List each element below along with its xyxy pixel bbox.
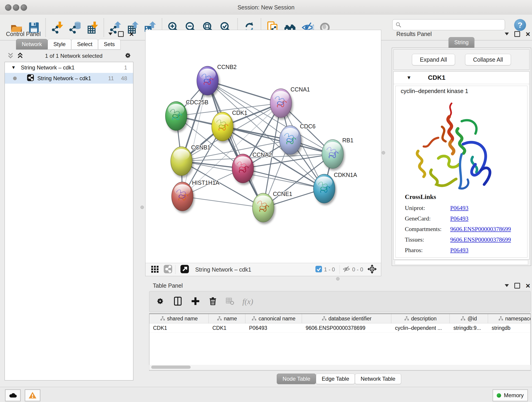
table-settings-gear-icon[interactable] (155, 296, 165, 307)
tab-style[interactable]: Style (48, 39, 71, 50)
memory-label: Memory (504, 392, 524, 399)
node-CCNB1[interactable] (171, 147, 192, 176)
cell-database-identifier[interactable]: 9606.ENSP00000378699 (302, 323, 391, 332)
results-panel-float-icon[interactable] (514, 31, 520, 37)
cell-canonical-name[interactable]: P06493 (245, 323, 302, 332)
node-CDC25B[interactable] (165, 102, 187, 130)
help-button[interactable]: ? (514, 19, 526, 31)
network-label: String Network – cdk1 (37, 75, 91, 82)
tab-network[interactable]: Network (16, 39, 48, 50)
tab-node-table[interactable]: Node Table (277, 374, 316, 384)
bottom-splitter-handle[interactable] (336, 277, 340, 281)
node-CDC6[interactable] (279, 126, 301, 154)
network-row[interactable]: String Network – cdk1 11 48 (5, 73, 133, 84)
selected-node-edge-counts: 1 - 0 (324, 266, 335, 273)
hidden-node-edge-counts: 0 - 0 (352, 266, 363, 273)
expand-all-icon[interactable] (17, 52, 24, 60)
cell-description[interactable]: cyclin–dependent ... (391, 323, 450, 332)
show-columns-icon[interactable] (173, 296, 183, 307)
edge-CCNB2-HIST1H1A[interactable] (182, 81, 208, 196)
crosshair-icon[interactable] (367, 264, 377, 275)
cloud-button[interactable] (5, 389, 21, 401)
node-CDKN1A[interactable] (313, 174, 335, 203)
node-label-CDC25B: CDC25B (186, 99, 209, 105)
table-panel-menu-icon[interactable] (505, 284, 509, 287)
control-panel-float-icon[interactable] (118, 31, 124, 37)
collapse-all-button[interactable]: Collapse All (465, 54, 511, 65)
crosslink-link[interactable]: P06493 (450, 247, 468, 254)
control-panel-close-icon[interactable]: × (129, 32, 134, 36)
left-splitter-handle[interactable] (140, 206, 144, 209)
gene-collapse-icon[interactable]: ▼ (406, 75, 412, 81)
warnings-button[interactable] (25, 389, 40, 401)
search-field-wrap (392, 19, 505, 30)
tab-sets[interactable]: Sets (98, 39, 120, 50)
column-header-canonical-name[interactable]: canonical name (245, 314, 302, 323)
network-edge-count: 48 (121, 75, 127, 82)
tab-select[interactable]: Select (71, 39, 98, 50)
results-scrollbar-track[interactable] (395, 260, 528, 265)
column-header-description[interactable]: description (391, 314, 450, 323)
network-options-gear-icon[interactable] (124, 51, 132, 61)
birds-eye-view-icon[interactable] (151, 265, 159, 274)
open-in-new-window-icon[interactable] (180, 264, 189, 274)
tab-string[interactable]: String (449, 37, 475, 48)
column-header--id[interactable]: @id (450, 314, 488, 323)
crosslink-link[interactable]: 9606.ENSP00000378699 (450, 226, 511, 233)
cell-shared-name[interactable]: CDK1 (149, 323, 209, 332)
node-label-CCNA1: CCNA1 (291, 86, 310, 93)
crosslink-label: GeneCard: (405, 215, 450, 222)
table-panel-float-icon[interactable] (514, 283, 520, 288)
table-panel-close-icon[interactable]: × (526, 283, 530, 288)
node-CDK1[interactable] (212, 112, 233, 141)
network-share-icon[interactable] (163, 264, 172, 274)
node-label-CDKN1A: CDKN1A (334, 172, 357, 178)
table-data-row[interactable]: CDK1CDK1P064939606.ENSP00000378699cyclin… (149, 323, 530, 333)
tab-network-table[interactable]: Network Table (355, 374, 401, 384)
node-RB1[interactable] (322, 140, 343, 168)
crosslink-link[interactable]: P06493 (450, 205, 468, 211)
control-panel-menu-icon[interactable] (108, 32, 113, 35)
node-CCNB2[interactable] (197, 66, 218, 95)
column-header-namespace[interactable]: namespace (488, 314, 531, 323)
table-hscrollbar-track[interactable] (149, 365, 531, 370)
results-panel-close-icon[interactable]: × (526, 32, 530, 36)
crosslink-label: Uniprot: (405, 205, 450, 211)
selected-checkbox-icon[interactable] (315, 266, 322, 274)
node-table[interactable]: shared namenamecanonical namedatabase id… (149, 313, 531, 370)
edge-HIST1H1A-CCNE1[interactable] (182, 196, 263, 208)
cell-name[interactable]: CDK1 (209, 323, 245, 332)
cloud-icon (8, 391, 17, 400)
add-column-icon[interactable] (191, 296, 200, 307)
edge-CCNB2-CCNE1[interactable] (208, 81, 263, 208)
tab-edge-table[interactable]: Edge Table (316, 374, 355, 384)
gene-header-row[interactable]: ▼ CDK1 (394, 71, 529, 84)
table-panel-title: Table Panel (153, 282, 183, 289)
collection-expand-icon[interactable]: ▼ (11, 65, 16, 70)
crosslink-link[interactable]: 9606.ENSP00000378699 (450, 236, 511, 243)
search-input[interactable] (392, 19, 505, 30)
results-panel-menu-icon[interactable] (505, 32, 509, 35)
cell-namespace[interactable]: stringdb (488, 323, 531, 332)
memory-button[interactable]: Memory (493, 389, 528, 401)
crosslink-link[interactable]: P06493 (450, 215, 468, 222)
table-hscrollbar-thumb[interactable] (151, 366, 191, 369)
edge-CCNB2-CCNA1[interactable] (208, 81, 281, 103)
delete-column-trash-icon[interactable] (208, 296, 218, 307)
node-HIST1H1A[interactable] (172, 182, 193, 211)
column-header-database-identifier[interactable]: database identifier (302, 314, 391, 323)
node-CCNE1[interactable] (253, 193, 274, 222)
collapse-all-icon[interactable] (7, 52, 14, 60)
right-splitter-handle[interactable] (382, 151, 385, 154)
node-CCNA2[interactable] (232, 154, 254, 183)
cell--id[interactable]: stringdb:9... (450, 323, 488, 332)
column-header-name[interactable]: name (209, 314, 245, 323)
network-graph[interactable]: CCNB2CCNA1CDC25BCDK1CDC6RB1CCNB1CCNA2CDK… (146, 30, 381, 263)
network-canvas[interactable]: CCNB2CCNA1CDC25BCDK1CDC6RB1CCNB1CCNA2CDK… (145, 30, 381, 276)
node-CCNA1[interactable] (270, 89, 292, 118)
hidden-eye-slash-icon[interactable] (342, 265, 350, 274)
column-header-shared-name[interactable]: shared name (149, 314, 209, 323)
expand-all-button[interactable]: Expand All (412, 54, 455, 65)
table-type-tabs: Node TableEdge TableNetwork Table (146, 374, 532, 384)
network-collection-row[interactable]: ▼ String Network – cdk1 1 (5, 62, 133, 73)
